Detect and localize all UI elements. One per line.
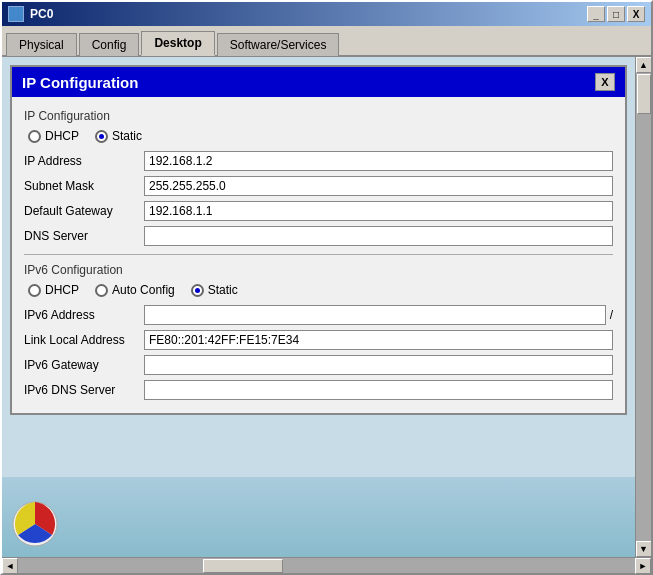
ip-address-input[interactable] — [144, 151, 613, 171]
ipv6-section-label: IPv6 Configuration — [24, 263, 613, 277]
ipv4-dhcp-label: DHCP — [45, 129, 79, 143]
ip-address-row: IP Address — [24, 151, 613, 171]
ipv4-static-label: Static — [112, 129, 142, 143]
ipv6-address-label: IPv6 Address — [24, 308, 144, 322]
titlebar-left: PC0 — [8, 6, 53, 22]
ipv6-static-radio[interactable]: Static — [191, 283, 238, 297]
link-local-row: Link Local Address — [24, 330, 613, 350]
main-content: IP Configuration X IP Configuration DHCP — [2, 57, 651, 557]
dns-server-row: DNS Server — [24, 226, 613, 246]
ip-panel-close-button[interactable]: X — [595, 73, 615, 91]
scroll-left-arrow[interactable]: ◄ — [2, 558, 18, 574]
window-icon — [8, 6, 24, 22]
link-local-input[interactable] — [144, 330, 613, 350]
ipv6-gateway-row: IPv6 Gateway — [24, 355, 613, 375]
ipv6-static-label: Static — [208, 283, 238, 297]
ipv6-gateway-input[interactable] — [144, 355, 613, 375]
subnet-mask-input[interactable] — [144, 176, 613, 196]
tab-desktop[interactable]: Desktop — [141, 31, 214, 56]
scroll-thumb[interactable] — [637, 74, 651, 114]
window-close-button[interactable]: X — [627, 6, 645, 22]
tab-physical[interactable]: Physical — [6, 33, 77, 56]
ipv6-dhcp-radio[interactable]: DHCP — [28, 283, 79, 297]
horizontal-scroll-track[interactable] — [18, 558, 635, 573]
left-panel: IP Configuration X IP Configuration DHCP — [2, 57, 635, 557]
pie-chart-icon — [10, 499, 60, 549]
ip-address-label: IP Address — [24, 154, 144, 168]
tabbar: Physical Config Desktop Software/Service… — [2, 26, 651, 57]
ipv6-radio-group: DHCP Auto Config Static — [28, 283, 613, 297]
scroll-track[interactable] — [636, 73, 651, 541]
subnet-mask-row: Subnet Mask — [24, 176, 613, 196]
ipv6-auto-radio[interactable]: Auto Config — [95, 283, 175, 297]
tab-software[interactable]: Software/Services — [217, 33, 340, 56]
section-divider — [24, 254, 613, 255]
minimize-button[interactable]: _ — [587, 6, 605, 22]
ipv6-static-radio-circle — [191, 284, 204, 297]
ipv6-dhcp-radio-circle — [28, 284, 41, 297]
default-gateway-row: Default Gateway — [24, 201, 613, 221]
ipv6-address-row: IPv6 Address / — [24, 305, 613, 325]
ipv6-gateway-label: IPv6 Gateway — [24, 358, 144, 372]
ipv4-static-radio[interactable]: Static — [95, 129, 142, 143]
desktop-background — [2, 477, 635, 557]
horizontal-scrollbar[interactable]: ◄ ► — [2, 557, 651, 573]
dns-server-input[interactable] — [144, 226, 613, 246]
ipv6-auto-radio-circle — [95, 284, 108, 297]
default-gateway-label: Default Gateway — [24, 204, 144, 218]
tab-config[interactable]: Config — [79, 33, 140, 56]
ipv4-dhcp-radio-circle — [28, 130, 41, 143]
ipv4-dhcp-radio[interactable]: DHCP — [28, 129, 79, 143]
default-gateway-input[interactable] — [144, 201, 613, 221]
ipv4-section-label: IP Configuration — [24, 109, 613, 123]
ip-panel-body: IP Configuration DHCP Static — [12, 97, 625, 413]
subnet-mask-label: Subnet Mask — [24, 179, 144, 193]
ipv6-address-input[interactable] — [144, 305, 606, 325]
ip-panel-header: IP Configuration X — [12, 67, 625, 97]
ipv6-slash: / — [610, 308, 613, 322]
ip-panel-title: IP Configuration — [22, 74, 138, 91]
ip-config-panel: IP Configuration X IP Configuration DHCP — [10, 65, 627, 415]
ipv6-dns-row: IPv6 DNS Server — [24, 380, 613, 400]
window-title: PC0 — [30, 7, 53, 21]
ipv6-dns-label: IPv6 DNS Server — [24, 383, 144, 397]
scroll-down-arrow[interactable]: ▼ — [636, 541, 652, 557]
link-local-label: Link Local Address — [24, 333, 144, 347]
horizontal-scroll-thumb[interactable] — [203, 559, 283, 573]
maximize-button[interactable]: □ — [607, 6, 625, 22]
titlebar-controls: _ □ X — [587, 6, 645, 22]
ipv6-dns-input[interactable] — [144, 380, 613, 400]
scroll-right-arrow[interactable]: ► — [635, 558, 651, 574]
ipv4-radio-group: DHCP Static — [28, 129, 613, 143]
titlebar: PC0 _ □ X — [2, 2, 651, 26]
vertical-scrollbar[interactable]: ▲ ▼ — [635, 57, 651, 557]
ipv6-auto-label: Auto Config — [112, 283, 175, 297]
ipv4-static-radio-circle — [95, 130, 108, 143]
dns-server-label: DNS Server — [24, 229, 144, 243]
scroll-up-arrow[interactable]: ▲ — [636, 57, 652, 73]
main-window: PC0 _ □ X Physical Config Desktop Softwa… — [0, 0, 653, 575]
ipv6-dhcp-label: DHCP — [45, 283, 79, 297]
